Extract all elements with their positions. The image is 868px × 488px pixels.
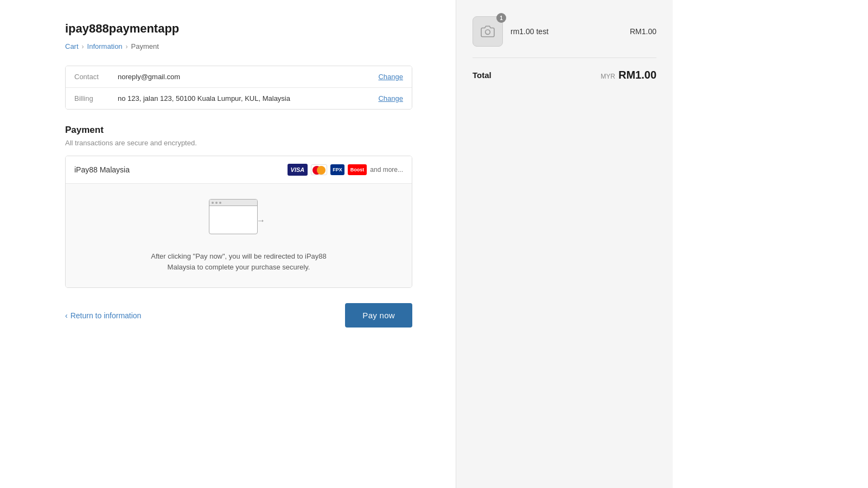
right-panel: 1 rm1.00 test RM1.00 Total MYR RM1.00 xyxy=(456,0,673,488)
breadcrumb: Cart › Information › Payment xyxy=(65,42,412,50)
contact-change-link[interactable]: Change xyxy=(378,73,403,81)
browser-dot-3 xyxy=(219,202,221,204)
info-box: Contact noreply@gmail.com Change Billing… xyxy=(65,66,412,110)
product-row: 1 rm1.00 test RM1.00 xyxy=(473,16,656,58)
total-label: Total xyxy=(473,70,492,80)
billing-change-link[interactable]: Change xyxy=(378,94,403,102)
more-label: and more... xyxy=(370,166,403,174)
svg-point-0 xyxy=(486,30,490,35)
breadcrumb-sep-1: › xyxy=(82,43,84,50)
payment-method-name: iPay88 Malaysia xyxy=(74,165,130,174)
product-name: rm1.00 test xyxy=(510,27,622,36)
redirect-text: After clicking "Pay now", you will be re… xyxy=(146,251,331,272)
browser-window xyxy=(209,199,258,234)
visa-icon: VISA xyxy=(288,164,308,176)
breadcrumb-information[interactable]: Information xyxy=(87,42,123,50)
total-row: Total MYR RM1.00 xyxy=(473,69,656,81)
return-link-label: Return to information xyxy=(71,311,142,320)
contact-label: Contact xyxy=(74,73,118,81)
billing-value: no 123, jalan 123, 50100 Kuala Lumpur, K… xyxy=(118,94,378,102)
billing-label: Billing xyxy=(74,94,118,102)
browser-titlebar xyxy=(209,200,257,206)
contact-row: Contact noreply@gmail.com Change xyxy=(66,66,412,87)
product-image-wrap: 1 xyxy=(473,16,503,47)
store-title: ipay888paymentapp xyxy=(65,22,412,36)
product-price: RM1.00 xyxy=(630,27,656,36)
breadcrumb-cart[interactable]: Cart xyxy=(65,42,79,50)
chevron-left-icon: ‹ xyxy=(65,311,68,320)
redirect-area: → After clicking "Pay now", you will be … xyxy=(66,184,412,287)
mastercard-icon xyxy=(311,164,327,175)
breadcrumb-sep-2: › xyxy=(126,43,128,50)
payment-method-header: iPay88 Malaysia VISA FPX Boost and more.… xyxy=(66,156,412,184)
payment-section-title: Payment xyxy=(65,125,412,136)
total-amount: RM1.00 xyxy=(618,69,656,81)
fpx-icon: FPX xyxy=(330,164,344,175)
browser-dot-1 xyxy=(212,202,214,204)
breadcrumb-payment: Payment xyxy=(131,42,159,50)
browser-dot-2 xyxy=(215,202,218,204)
return-to-information-link[interactable]: ‹ Return to information xyxy=(65,311,141,320)
browser-arrow-icon: → xyxy=(257,216,265,226)
browser-illustration: → xyxy=(209,199,269,242)
mc-circle-right xyxy=(317,166,326,175)
payment-method-box: iPay88 Malaysia VISA FPX Boost and more.… xyxy=(65,156,412,288)
payment-icons: VISA FPX Boost and more... xyxy=(288,164,403,176)
pay-now-button[interactable]: Pay now xyxy=(345,303,412,328)
bottom-actions: ‹ Return to information Pay now xyxy=(65,303,412,328)
camera-icon xyxy=(481,24,495,38)
billing-row: Billing no 123, jalan 123, 50100 Kuala L… xyxy=(66,87,412,109)
payment-subtitle: All transactions are secure and encrypte… xyxy=(65,139,412,147)
product-quantity-badge: 1 xyxy=(496,13,506,23)
boost-icon: Boost xyxy=(348,164,367,175)
total-currency-label: MYR xyxy=(601,73,615,80)
contact-value: noreply@gmail.com xyxy=(118,73,378,81)
total-right: MYR RM1.00 xyxy=(601,69,656,81)
left-panel: ipay888paymentapp Cart › Information › P… xyxy=(0,0,456,488)
